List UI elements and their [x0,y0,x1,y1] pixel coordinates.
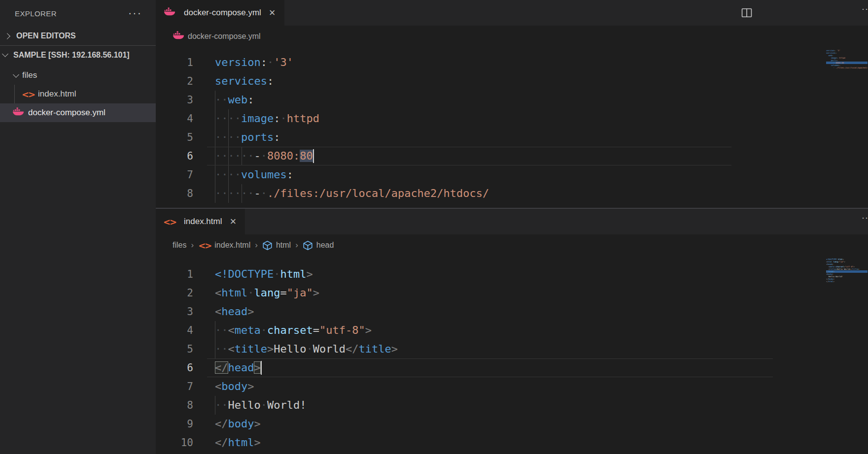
line-number: 5 [156,340,193,358]
close-icon[interactable]: × [229,217,237,227]
line-number: 1 [156,53,193,72]
code-line[interactable]: 2<html·lang="ja"> [156,284,868,302]
line-number: 3 [156,91,193,109]
file-label: docker-compose.yml [28,108,105,118]
tab-docker-compose[interactable]: docker-compose.yml × [156,0,284,26]
code-line[interactable]: 5··<title>Hello·World</title> [156,340,868,358]
breadcrumb-separator: › [191,240,194,250]
breadcrumb-item-index-html[interactable]: <> index.html [198,240,250,251]
text-cursor [313,149,314,163]
editor-area: docker-compose.yml × ··· docker [156,0,868,454]
chevron-down-icon [2,51,8,57]
chevron-down-icon [13,71,19,78]
code-line[interactable]: 9 [156,203,868,208]
breadcrumb-item-files[interactable]: files [173,241,186,250]
chevron-right-icon [4,33,10,39]
file-tree: files <> index.html docker-compose.yml [0,66,156,122]
breadcrumb-item-html[interactable]: html [262,240,291,251]
tree-item-files-folder[interactable]: files [0,66,156,85]
breadcrumb-label: html [276,241,291,250]
code-line[interactable]: 7····volumes: [156,165,868,184]
breadcrumb-separator: › [255,240,258,250]
minimap[interactable]: version: '3'services: web: image: httpd … [826,49,868,69]
tab-label: index.html [184,217,222,227]
project-label: SAMPLE [SSH: 192.168.56.101] [13,51,130,60]
code-line[interactable]: 6······-·8080:80 [156,147,868,165]
open-editors-label: OPEN EDITORS [16,32,76,40]
html-icon: <> [164,216,175,227]
code-line[interactable]: 2services: [156,72,868,91]
open-editors-section[interactable]: OPEN EDITORS [0,27,156,45]
breadcrumb: docker-compose.yml [156,26,868,47]
indent-guide [14,85,15,103]
code-line[interactable]: 4··<meta·charset="utf-8"> [156,321,868,340]
code-line[interactable]: 8······-·./files:/usr/local/apache2/htdo… [156,184,868,203]
code-line[interactable]: 10</html> [156,433,868,452]
minimap-line: </html> [826,280,868,283]
line-number: 5 [156,128,193,147]
line-number: 8 [156,184,193,203]
breadcrumb-label: files [173,241,186,250]
close-icon[interactable]: × [268,8,277,18]
tree-item-index-html[interactable]: <> index.html [0,85,156,103]
tab-bar: docker-compose.yml × ··· [156,0,868,26]
file-label: index.html [38,89,76,99]
line-number: 6 [156,358,193,377]
breadcrumb-item-docker-compose[interactable]: docker-compose.yml [173,31,261,42]
line-number: 7 [156,165,193,184]
code-line[interactable]: 5····ports: [156,128,868,147]
text-cursor [261,361,262,375]
code-lines: 1version:·'3'2services:3··web:4····image… [156,53,868,208]
breadcrumb-label: head [316,241,334,250]
breadcrumb-label: docker-compose.yml [188,32,261,41]
html-icon: <> [22,88,34,100]
docker-icon [164,7,175,19]
split-editor-button[interactable] [740,6,753,21]
code-editor-index-html[interactable]: 1<!DOCTYPE·html>2<html·lang="ja">3<head>… [156,256,868,454]
breadcrumb: files › <> index.html › html › [156,234,868,256]
tree-item-docker-compose-selected[interactable]: docker-compose.yml [0,103,156,122]
vscode-window: EXPLORER ··· OPEN EDITORS SAMPLE [SSH: 1… [0,0,868,454]
minimap[interactable]: <!DOCTYPE html><html lang="ja"><head> <m… [826,258,868,283]
line-number: 7 [156,377,193,396]
docker-icon [12,107,24,119]
code-line[interactable]: 8··Hello·World! [156,396,868,415]
docker-icon [12,107,24,119]
line-number: 9 [156,415,193,433]
docker-icon [173,31,184,42]
cube-icon [262,240,273,251]
code-line[interactable]: 1<!DOCTYPE·html> [156,265,868,284]
code-line[interactable]: 4····image:·httpd [156,109,868,128]
more-actions-icon[interactable]: ··· [128,11,142,16]
code-line[interactable]: 3··web: [156,91,868,109]
code-line[interactable]: 9</body> [156,415,868,433]
line-number: 6 [156,147,193,165]
cube-icon [303,240,313,251]
editor-group-index-html: <> index.html × ··· files › <> index.htm… [156,209,868,454]
breadcrumb-label: index.html [214,241,250,250]
folder-label: files [22,70,37,80]
tab-index-html[interactable]: <> index.html × [156,209,245,234]
line-number: 2 [156,284,193,302]
breadcrumb-item-head[interactable]: head [303,240,334,251]
docker-icon [164,7,175,19]
code-editor-docker-compose[interactable]: 1version:·'3'2services:3··web:4····image… [156,47,868,208]
code-line[interactable]: 3<head> [156,302,868,321]
line-number: 8 [156,396,193,415]
code-lines: 1<!DOCTYPE·html>2<html·lang="ja">3<head>… [156,265,868,452]
code-line[interactable]: 6</head> [156,358,868,377]
explorer-header: EXPLORER ··· [0,0,156,27]
line-number: 9 [156,203,193,208]
split-editor-icon [740,6,753,19]
cube-icon [262,240,273,251]
code-line[interactable]: 7<body> [156,377,868,396]
editor-group-docker-compose: docker-compose.yml × ··· docker [156,0,868,208]
project-section[interactable]: SAMPLE [SSH: 192.168.56.101] [0,45,156,64]
line-number: 3 [156,302,193,321]
line-number: 2 [156,72,193,91]
code-line[interactable]: 1version:·'3' [156,53,868,72]
docker-icon [173,31,184,42]
explorer-sidebar: EXPLORER ··· OPEN EDITORS SAMPLE [SSH: 1… [0,0,156,454]
editor-more-actions-icon[interactable]: ··· [862,213,868,223]
editor-more-actions-icon[interactable]: ··· [862,4,868,14]
